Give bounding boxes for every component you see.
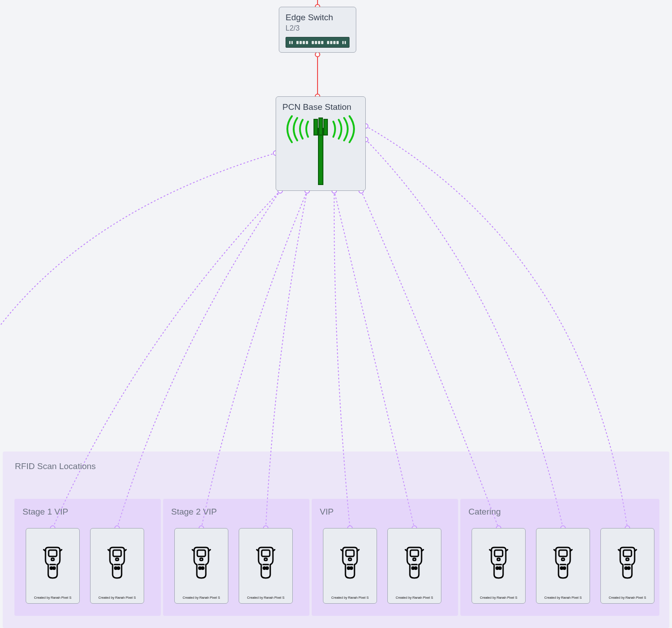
icon-credit: Created by Ranah Pixel S xyxy=(480,596,518,599)
scanner-card[interactable]: Created by Ranah Pixel S xyxy=(472,528,526,604)
handheld-scanner-icon xyxy=(549,547,577,582)
handheld-scanner-icon xyxy=(252,547,279,582)
svg-rect-23 xyxy=(324,119,327,135)
node-pcn-base-station[interactable]: PCN Base Station xyxy=(276,96,366,191)
handheld-scanner-icon xyxy=(485,547,512,582)
scanner-card[interactable]: Created by Ranah Pixel S xyxy=(26,528,80,604)
handheld-scanner-icon xyxy=(104,547,131,582)
group-label: Stage 1 VIP xyxy=(23,507,68,517)
icon-credit: Created by Ranah Pixel S xyxy=(609,596,646,599)
scanner-card[interactable]: Created by Ranah Pixel S xyxy=(323,528,377,604)
group-label: Catering xyxy=(468,507,501,517)
handheld-scanner-icon xyxy=(401,547,428,582)
region-title: RFID Scan Locations xyxy=(15,461,96,471)
scanner-card[interactable]: Created by Ranah Pixel S xyxy=(239,528,293,604)
icon-credit: Created by Ranah Pixel S xyxy=(331,596,369,599)
scanner-card[interactable]: Created by Ranah Pixel S xyxy=(536,528,590,604)
svg-point-3 xyxy=(315,52,320,57)
node-title: Edge Switch xyxy=(286,13,350,23)
scanner-card[interactable]: Created by Ranah Pixel S xyxy=(600,528,654,604)
icon-credit: Created by Ranah Pixel S xyxy=(545,596,582,599)
svg-rect-22 xyxy=(314,119,318,135)
group-label: VIP xyxy=(320,507,334,517)
antenna-icon xyxy=(282,115,359,187)
handheld-scanner-icon xyxy=(614,547,641,582)
handheld-scanner-icon xyxy=(39,547,66,582)
diagram-canvas[interactable]: Edge Switch L2/3 PCN Base Station xyxy=(0,0,672,628)
scanner-card[interactable]: Created by Ranah Pixel S xyxy=(387,528,441,604)
scanner-card[interactable]: Created by Ranah Pixel S xyxy=(90,528,144,604)
handheld-scanner-icon xyxy=(188,547,215,582)
switch-icon xyxy=(286,37,350,48)
scanner-card[interactable]: Created by Ranah Pixel S xyxy=(174,528,228,604)
group-label: Stage 2 VIP xyxy=(171,507,217,517)
node-edge-switch[interactable]: Edge Switch L2/3 xyxy=(279,7,356,53)
icon-credit: Created by Ranah Pixel S xyxy=(396,596,433,599)
node-title: PCN Base Station xyxy=(282,102,359,112)
svg-rect-24 xyxy=(319,118,322,135)
icon-credit: Created by Ranah Pixel S xyxy=(99,596,136,599)
icon-credit: Created by Ranah Pixel S xyxy=(247,596,285,599)
icon-credit: Created by Ranah Pixel S xyxy=(183,596,220,599)
svg-rect-21 xyxy=(318,128,323,185)
node-subtitle: L2/3 xyxy=(286,24,350,32)
icon-credit: Created by Ranah Pixel S xyxy=(34,596,72,599)
handheld-scanner-icon xyxy=(336,547,363,582)
